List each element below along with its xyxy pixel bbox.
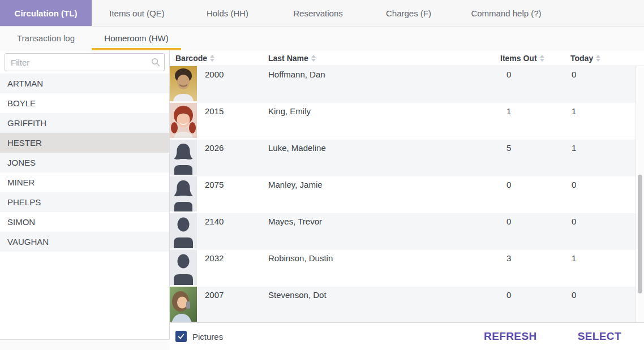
cell-barcode: 2026 [197,140,268,176]
cell-today: 0 [570,287,644,322]
table-row[interactable]: 2007 Stevenson, Dot 0 0 [170,287,644,322]
circulation-window: Circulation (TL) Items out (QE) Holds (H… [0,0,644,350]
sidebar-item-label: JONES [7,158,36,167]
top-tab-items-out-qe[interactable]: Items out (QE) [92,0,182,26]
cell-barcode: 2000 [197,66,268,103]
top-tab-reservations[interactable]: Reservations [273,0,363,26]
top-tab-label: Reservations [293,8,343,18]
top-tab-label: Command help (?) [471,8,541,18]
cell-barcode: 2015 [197,103,268,140]
check-icon [177,332,185,340]
vertical-scrollbar-track[interactable] [636,66,644,322]
person-silhouette-male-icon [170,213,197,248]
cell-last-name: Manley, Jamie [268,176,500,213]
student-photo [170,103,197,138]
cell-items-out: 0 [500,287,570,322]
column-header-label: Today [570,54,593,63]
main-tab-bar: Circulation (TL) Items out (QE) Holds (H… [0,0,644,27]
cell-barcode: 2075 [197,176,268,213]
sort-icon [210,55,214,62]
cell-today: 0 [570,66,644,103]
person-silhouette-female-icon [170,140,197,175]
table-header: Barcode Last Name Items Out Today [170,50,644,66]
column-header-last-name[interactable]: Last Name [268,54,500,63]
cell-last-name: Hoffmann, Dan [268,66,500,103]
pictures-checkbox[interactable] [175,331,187,342]
sidebar-item-boyle[interactable]: BOYLE [0,93,169,113]
sidebar-item-artman[interactable]: ARTMAN [0,74,169,93]
top-tab-label: Circulation (TL) [15,8,78,18]
top-tab-label: Items out (QE) [109,8,165,18]
cell-items-out: 0 [500,213,570,250]
sort-icon [540,55,544,62]
column-header-barcode[interactable]: Barcode [170,54,268,63]
refresh-button[interactable]: REFRESH [484,330,537,343]
column-header-label: Barcode [175,54,207,63]
cell-last-name: Luke, Madeline [268,140,500,176]
person-silhouette-male-icon [170,250,197,285]
top-tab-circulation-tl[interactable]: Circulation (TL) [0,0,92,26]
sidebar-item-phelps[interactable]: PHELPS [0,192,169,212]
student-photo [170,287,197,322]
column-header-label: Items Out [500,54,537,63]
table-body: 2000 Hoffmann, Dan 0 0 2015 King, Emily … [170,66,644,322]
sidebar-item-vaughan[interactable]: VAUGHAN [0,232,169,252]
filter-field-wrap [5,53,165,71]
avatar-photo-girl-phone [170,287,197,322]
sidebar-item-label: GRIFFITH [7,118,46,128]
homeroom-sidebar: ARTMAN BOYLE GRIFFITH HESTER JONES MINER… [0,50,170,340]
sort-icon [311,55,316,62]
filter-input[interactable] [5,53,165,71]
top-tab-charges-f[interactable]: Charges (F) [363,0,454,26]
top-tab-command-help[interactable]: Command help (?) [454,0,559,26]
table-row[interactable]: 2075 Manley, Jamie 0 0 [170,176,644,213]
avatar-photo-boy [170,66,197,101]
cell-last-name: Stevenson, Dot [268,287,500,322]
sub-tab-homeroom-hw[interactable]: Homeroom (HW) [92,27,181,50]
top-tab-label: Charges (F) [386,8,431,18]
sidebar-item-griffith[interactable]: GRIFFITH [0,113,169,133]
sidebar-item-jones[interactable]: JONES [0,153,169,172]
table-row[interactable]: 2026 Luke, Madeline 5 1 [170,140,644,176]
cell-barcode: 2140 [197,213,268,250]
select-button[interactable]: SELECT [578,330,621,343]
sub-tab-transaction-log[interactable]: Transaction log [0,27,92,50]
sidebar-item-label: HESTER [7,138,42,148]
column-header-items-out[interactable]: Items Out [500,54,570,63]
vertical-scrollbar-thumb[interactable] [638,175,642,293]
table-row[interactable]: 2015 King, Emily 1 1 [170,103,644,140]
cell-items-out: 3 [500,250,570,287]
sort-icon [596,55,600,62]
table-row[interactable]: 2000 Hoffmann, Dan 0 0 [170,66,644,103]
cell-last-name: Robinson, Dustin [268,250,500,287]
sidebar-item-simon[interactable]: SIMON [0,212,169,232]
column-header-today[interactable]: Today [570,54,644,63]
cell-items-out: 0 [500,66,570,103]
table-row[interactable]: 2032 Robinson, Dustin 3 1 [170,250,644,287]
content-area: ARTMAN BOYLE GRIFFITH HESTER JONES MINER… [0,50,644,350]
person-silhouette-female-icon [170,176,197,211]
sidebar-item-hester[interactable]: HESTER [0,133,169,153]
cell-barcode: 2007 [197,287,268,322]
avatar-silhouette-male [170,250,197,285]
cell-items-out: 0 [500,176,570,213]
sidebar-item-label: SIMON [7,217,35,227]
students-panel: Barcode Last Name Items Out Today [170,50,644,350]
top-tab-label: Holds (HH) [207,8,248,18]
table-row[interactable]: 2140 Mayes, Trevor 0 0 [170,213,644,250]
cell-items-out: 1 [500,103,570,140]
cell-today: 0 [570,213,644,250]
search-icon [151,58,160,67]
cell-barcode: 2032 [197,250,268,287]
top-tab-holds-hh[interactable]: Holds (HH) [182,0,273,26]
sidebar-item-label: MINER [7,178,35,187]
student-photo [170,66,197,101]
avatar-silhouette-female [170,176,197,211]
column-header-label: Last Name [268,54,308,63]
sidebar-item-label: BOYLE [7,98,36,108]
sub-tab-label: Homeroom (HW) [104,33,168,43]
sub-tab-label: Transaction log [17,33,75,43]
avatar-silhouette-female [170,140,197,175]
cell-today: 1 [570,250,644,287]
sidebar-item-miner[interactable]: MINER [0,172,169,192]
